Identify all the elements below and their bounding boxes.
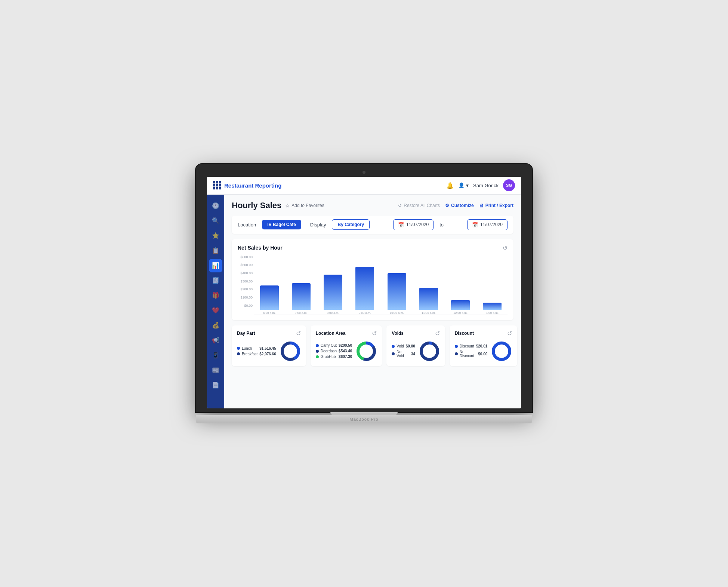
star-icon: ☆ bbox=[285, 203, 290, 208]
bar-group: 12:00 p.m. bbox=[445, 300, 476, 315]
bar bbox=[355, 267, 374, 309]
bar-group: 6:00 a.m. bbox=[254, 285, 284, 315]
y-label-600: $600.00 bbox=[238, 255, 254, 259]
legend-item: Lunch $1,516.45 bbox=[237, 346, 276, 350]
display-button[interactable]: By Category bbox=[332, 219, 370, 230]
avatar[interactable]: SG bbox=[503, 179, 515, 191]
svg-point-15 bbox=[496, 345, 508, 357]
sidebar-item-document[interactable]: 📄 bbox=[209, 379, 222, 392]
laptop-notch bbox=[330, 412, 398, 415]
legend-label: Lunch bbox=[242, 346, 252, 350]
sidebar-item-gifts[interactable]: 🎁 bbox=[209, 289, 222, 302]
sidebar-item-receipts[interactable]: 🧾 bbox=[209, 274, 222, 287]
mini-card-legend: Lunch $1,516.45 Breakfast $2,076.66 bbox=[237, 346, 276, 356]
mini-card-legend: Void $0.00 No Void 34 bbox=[392, 344, 415, 358]
bar-chart-card: Net Sales by Hour ↺ $0.00 $100.00 $200.0… bbox=[232, 239, 513, 320]
legend-value: $607.30 bbox=[339, 355, 352, 359]
page-title: Hourly Sales bbox=[232, 201, 281, 210]
bar-group: 8:00 a.m. bbox=[318, 275, 348, 315]
restore-all-charts-button[interactable]: ↺ Restore All Charts bbox=[398, 203, 440, 208]
mini-card-body: Discount $20.01 No Discount $0.00 bbox=[455, 341, 512, 362]
y-axis: $0.00 $100.00 $200.00 $300.00 $400.00 $5… bbox=[238, 255, 254, 308]
mini-card: Location Area ↺ Carry Out $200.50 Doorda… bbox=[311, 325, 382, 366]
legend-label: No Discount bbox=[460, 350, 476, 358]
donut-chart bbox=[280, 341, 301, 362]
sidebar-item-reports[interactable]: 📋 bbox=[209, 244, 222, 257]
date-from-button[interactable]: 📅 11/07/2020 bbox=[393, 219, 434, 230]
y-label-400: $400.00 bbox=[238, 271, 254, 275]
sidebar-item-analytics[interactable]: 📊 bbox=[209, 259, 222, 272]
donut-chart bbox=[356, 341, 377, 362]
mini-card: Discount ↺ Discount $20.01 No Discount $… bbox=[450, 325, 518, 366]
legend-dot bbox=[316, 350, 319, 353]
svg-point-12 bbox=[423, 345, 435, 357]
legend-value: $0.00 bbox=[406, 344, 415, 348]
print-export-button[interactable]: 🖨 Print / Export bbox=[479, 203, 513, 208]
bar-group: 7:00 a.m. bbox=[286, 283, 316, 314]
sidebar-item-favorites[interactable]: ⭐ bbox=[209, 229, 222, 242]
bars-container: 6:00 a.m. 7:00 a.m. 8:00 a.m. 9:00 a.m. … bbox=[254, 263, 508, 315]
svg-point-8 bbox=[360, 345, 372, 357]
legend-value: 34 bbox=[411, 352, 415, 356]
legend-item: Void $0.00 bbox=[392, 344, 415, 348]
bar bbox=[419, 288, 438, 310]
legend-item: No Void 34 bbox=[392, 350, 415, 358]
grid-icon[interactable] bbox=[213, 181, 221, 189]
customize-icon: ⚙ bbox=[445, 203, 449, 208]
bar-group: 11:00 a.m. bbox=[413, 288, 444, 315]
legend-label: Carry Out bbox=[321, 343, 337, 347]
sidebar-item-money[interactable]: 💰 bbox=[209, 319, 222, 332]
display-label: Display bbox=[310, 222, 326, 228]
sidebar-item-heart[interactable]: ❤️ bbox=[209, 304, 222, 317]
bar-label: 8:00 a.m. bbox=[327, 311, 339, 315]
bell-icon[interactable]: 🔔 bbox=[446, 182, 454, 189]
legend-dot bbox=[316, 355, 319, 358]
app-container: Restaurant Reporting 🔔 👤 ▾ Sam Gorick SG bbox=[207, 177, 521, 408]
screen-bezel: Restaurant Reporting 🔔 👤 ▾ Sam Gorick SG bbox=[196, 164, 532, 412]
page-header-left: Hourly Sales ☆ Add to Favorites bbox=[232, 201, 324, 210]
mini-card-refresh-icon[interactable]: ↺ bbox=[435, 330, 440, 337]
user-icon-button[interactable]: 👤 ▾ bbox=[458, 182, 469, 188]
mini-card-title: Location Area bbox=[316, 331, 346, 336]
location-button[interactable]: IV Bagel Cafe bbox=[262, 220, 301, 229]
sidebar: 🕐 🔍 ⭐ 📋 📊 🧾 🎁 ❤️ 💰 📢 📱 📰 📄 bbox=[207, 195, 224, 408]
mini-card-header: Voids ↺ bbox=[392, 330, 440, 337]
bar-chart-refresh-icon[interactable]: ↺ bbox=[503, 244, 508, 251]
y-label-200: $200.00 bbox=[238, 287, 254, 291]
y-label-500: $500.00 bbox=[238, 263, 254, 267]
top-bar: Restaurant Reporting 🔔 👤 ▾ Sam Gorick SG bbox=[207, 177, 521, 195]
mini-card-refresh-icon[interactable]: ↺ bbox=[507, 330, 512, 337]
date-to-button[interactable]: 📅 11/07/2020 bbox=[467, 219, 508, 230]
sidebar-item-clock[interactable]: 🕐 bbox=[209, 199, 222, 213]
sidebar-item-mobile[interactable]: 📱 bbox=[209, 349, 222, 362]
app-title: Restaurant Reporting bbox=[224, 182, 281, 189]
legend-label: GrubHub bbox=[321, 355, 336, 359]
bar bbox=[451, 300, 470, 310]
bar-label: 11:00 a.m. bbox=[422, 311, 436, 315]
add-to-favorites-button[interactable]: ☆ Add to Favorites bbox=[285, 203, 324, 208]
bottom-cards: Day Part ↺ Lunch $1,516.45 Breakfast $2,… bbox=[232, 325, 513, 366]
customize-button[interactable]: ⚙ Customize bbox=[445, 203, 474, 208]
mini-card-title: Day Part bbox=[237, 331, 255, 336]
mini-card-refresh-icon[interactable]: ↺ bbox=[372, 330, 377, 337]
mini-card-body: Void $0.00 No Void 34 bbox=[392, 341, 440, 362]
mini-card-legend: Carry Out $200.50 Doordash $543.40 GrubH… bbox=[316, 343, 352, 359]
legend-label: Void bbox=[397, 344, 404, 348]
date-to-value: 11/07/2020 bbox=[480, 222, 503, 227]
mini-card-refresh-icon[interactable]: ↺ bbox=[296, 330, 301, 337]
mini-card-legend: Discount $20.01 No Discount $0.00 bbox=[455, 344, 488, 358]
sidebar-item-news[interactable]: 📰 bbox=[209, 364, 222, 377]
restore-icon: ↺ bbox=[398, 203, 402, 208]
bar-label: 10:00 a.m. bbox=[390, 311, 404, 315]
bar bbox=[292, 283, 311, 309]
sidebar-item-search[interactable]: 🔍 bbox=[209, 214, 222, 228]
bar-chart-title: Net Sales by Hour bbox=[238, 245, 283, 251]
legend-value: $543.40 bbox=[339, 349, 352, 353]
calendar-to-icon: 📅 bbox=[472, 222, 478, 228]
mini-card: Day Part ↺ Lunch $1,516.45 Breakfast $2,… bbox=[232, 325, 306, 366]
main-layout: 🕐 🔍 ⭐ 📋 📊 🧾 🎁 ❤️ 💰 📢 📱 📰 📄 bbox=[207, 195, 521, 408]
sidebar-item-marketing[interactable]: 📢 bbox=[209, 334, 222, 347]
legend-value: $200.50 bbox=[339, 343, 352, 347]
bar-group: 10:00 a.m. bbox=[382, 273, 412, 315]
mini-card-body: Lunch $1,516.45 Breakfast $2,076.66 bbox=[237, 341, 301, 362]
